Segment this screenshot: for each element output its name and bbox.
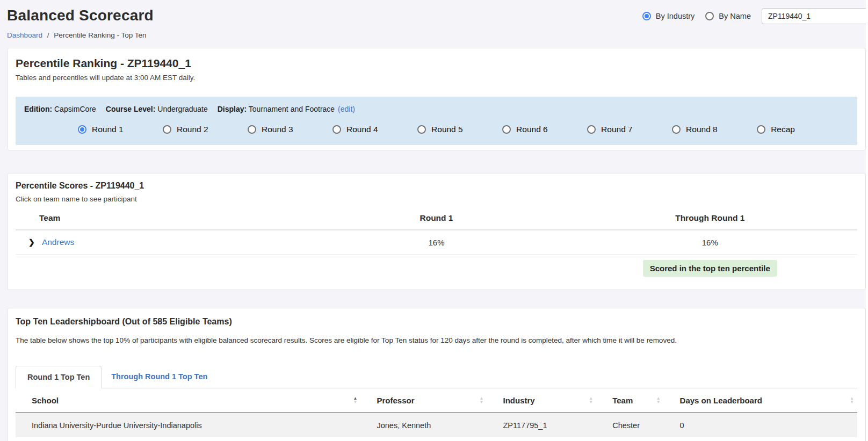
recap-radio[interactable] (757, 125, 765, 134)
leaderboard-title: Top Ten Leadershipboard (Out of 585 Elig… (16, 317, 857, 327)
ranking-title: Percentile Ranking - ZP119440_1 (16, 57, 857, 70)
team-header-label: Team (612, 396, 633, 405)
recap-option[interactable]: Recap (757, 125, 795, 134)
tab-round1-label: Round 1 Top Ten (27, 373, 90, 381)
round-7-option[interactable]: Round 7 (587, 125, 633, 134)
scores-title: Percentile Scores - ZP119440_1 (16, 181, 857, 191)
course-level-label: Course Level: (106, 105, 156, 113)
edit-display-link[interactable]: (edit) (338, 105, 355, 113)
sort-carets-icon[interactable] (656, 397, 661, 404)
round-1-radio[interactable] (78, 125, 86, 134)
tab-round1-top-ten[interactable]: Round 1 Top Ten (16, 366, 102, 388)
by-industry-option[interactable]: By Industry (642, 12, 695, 20)
by-name-radio[interactable] (705, 12, 714, 20)
through-round1-column-header: Through Round 1 (563, 207, 857, 230)
round-4-label: Round 4 (346, 125, 378, 134)
round-2-radio[interactable] (163, 125, 171, 134)
team-cell: Andrews (16, 230, 310, 255)
leaderboard-description: The table below shows the top 10% of par… (16, 336, 857, 344)
days-column-header[interactable]: Days on Leaderboard (664, 388, 857, 413)
professor-cell: Jones, Kenneth (360, 413, 487, 437)
recap-label: Recap (771, 125, 795, 134)
school-header-label: School (32, 396, 59, 405)
days-header-label: Days on Leaderboard (680, 396, 762, 405)
leaderboard-header-row: School Professor (16, 388, 857, 413)
simulation-info-line: Edition: CapsimCore Course Level: Underg… (24, 105, 849, 113)
breadcrumb: Dashboard / Percentile Ranking - Top Ten (7, 31, 861, 39)
leaderboard-tabs: Round 1 Top Ten Through Round 1 Top Ten (16, 366, 857, 388)
by-industry-radio[interactable] (642, 12, 651, 20)
round-8-label: Round 8 (686, 125, 718, 134)
sort-carets-icon[interactable] (850, 397, 854, 404)
round1-column-header: Round 1 (310, 207, 562, 230)
chevron-right-icon[interactable] (28, 238, 35, 247)
by-name-label: By Name (719, 12, 751, 20)
round-3-option[interactable]: Round 3 (248, 125, 293, 134)
top-bar: Balanced Scorecard Dashboard / Percentil… (0, 0, 868, 39)
round-4-radio[interactable] (332, 125, 341, 134)
days-cell: 0 (664, 413, 857, 437)
through-round1-score-cell: 16% (563, 230, 857, 255)
round-5-label: Round 5 (431, 125, 463, 134)
round-6-radio[interactable] (502, 125, 511, 134)
round-6-label: Round 6 (516, 125, 548, 134)
team-column-header: Team (16, 207, 310, 230)
round-5-option[interactable]: Round 5 (417, 125, 463, 134)
industry-header-label: Industry (503, 396, 535, 405)
round-7-label: Round 7 (601, 125, 633, 134)
professor-header-label: Professor (377, 396, 414, 405)
percentile-ranking-card: Percentile Ranking - ZP119440_1 Tables a… (7, 48, 866, 150)
table-row: Indiana University-Purdue University-Ind… (16, 413, 857, 437)
sort-carets-icon[interactable] (480, 397, 484, 404)
top-ten-badge: Scored in the top ten percentile (643, 260, 777, 277)
breadcrumb-current: Percentile Ranking - Top Ten (54, 31, 146, 39)
round-6-option[interactable]: Round 6 (502, 125, 548, 134)
round-4-option[interactable]: Round 4 (332, 125, 378, 134)
badge-cell: Scored in the top ten percentile (563, 255, 857, 277)
team-column-header[interactable]: Team (596, 388, 663, 413)
by-industry-label: By Industry (656, 12, 695, 20)
badge-row: Scored in the top ten percentile (16, 255, 857, 277)
top-ten-leaderboard-card: Top Ten Leadershipboard (Out of 585 Elig… (7, 308, 866, 441)
round-5-radio[interactable] (417, 125, 426, 134)
round-7-radio[interactable] (587, 125, 596, 134)
percentile-scores-table: Team Round 1 Through Round 1 Andrews 16%… (16, 207, 857, 277)
empty-cell (16, 255, 310, 277)
round-8-option[interactable]: Round 8 (672, 125, 718, 134)
school-column-header[interactable]: School (16, 388, 360, 413)
school-cell: Indiana University-Purdue University-Ind… (16, 413, 360, 437)
simulation-info-panel: Edition: CapsimCore Course Level: Underg… (16, 97, 857, 145)
professor-column-header[interactable]: Professor (360, 388, 487, 413)
sort-carets-icon[interactable] (589, 397, 593, 404)
round-2-option[interactable]: Round 2 (163, 125, 208, 134)
view-mode-controls: By Industry By Name (642, 8, 868, 24)
course-level-value: Undergraduate (157, 105, 207, 113)
team-cell: Chester (596, 413, 663, 437)
industry-column-header[interactable]: Industry (487, 388, 597, 413)
round-1-option[interactable]: Round 1 (78, 125, 124, 134)
scores-subtitle: Click on team name to see participant (16, 195, 857, 203)
ranking-subtitle: Tables and percentiles will update at 3:… (16, 74, 857, 82)
round-3-label: Round 3 (262, 125, 293, 134)
course-level-info: Course Level: Undergraduate (106, 105, 208, 113)
scrollbar-gutter (866, 0, 868, 441)
sort-carets-icon[interactable] (353, 397, 358, 404)
table-row: Andrews 16% 16% (16, 230, 857, 255)
leaderboard-table: School Professor (16, 388, 857, 437)
by-name-option[interactable]: By Name (705, 12, 751, 20)
tab-through-round1-label: Through Round 1 Top Ten (111, 372, 207, 381)
percentile-scores-card: Percentile Scores - ZP119440_1 Click on … (7, 173, 866, 290)
edition-value: CapsimCore (54, 105, 96, 113)
breadcrumb-dashboard-link[interactable]: Dashboard (7, 31, 42, 39)
round-3-radio[interactable] (248, 125, 256, 134)
industry-search-input[interactable] (762, 8, 868, 24)
display-value: Tournament and Footrace (249, 105, 335, 113)
scores-header-row: Team Round 1 Through Round 1 (16, 207, 857, 230)
team-link-andrews[interactable]: Andrews (42, 237, 74, 247)
round-2-label: Round 2 (177, 125, 208, 134)
edition-label: Edition: (24, 105, 52, 113)
empty-cell (310, 255, 562, 277)
tab-through-round1-top-ten[interactable]: Through Round 1 Top Ten (102, 366, 217, 388)
edition-info: Edition: CapsimCore (24, 105, 96, 113)
round-8-radio[interactable] (672, 125, 681, 134)
